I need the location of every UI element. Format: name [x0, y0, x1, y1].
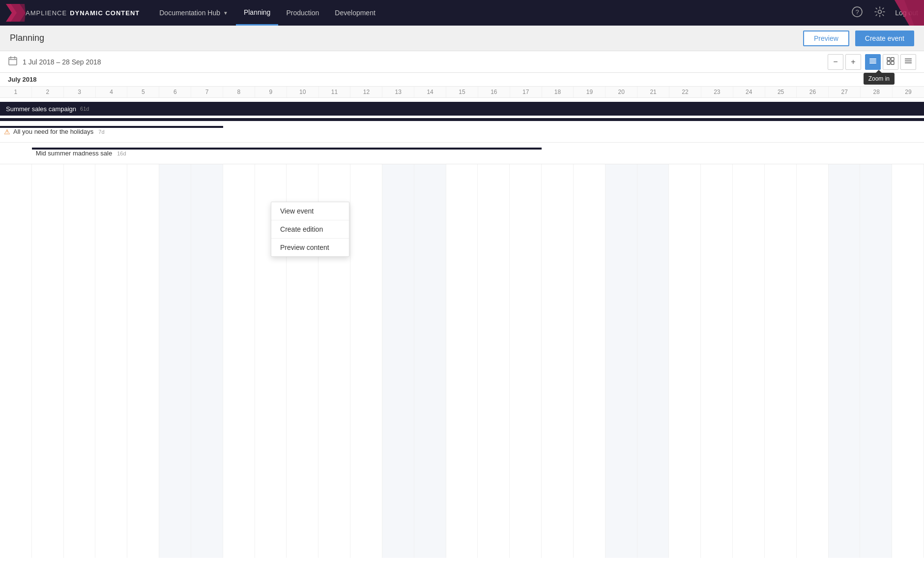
help-button[interactable]: ? — [850, 4, 865, 22]
svg-rect-17 — [891, 61, 894, 64]
day-cell-22: 22 — [669, 87, 701, 97]
day-cell-17: 17 — [510, 87, 542, 97]
grid-col — [733, 164, 765, 558]
summer-campaign-label: Summer sales campaign — [6, 105, 76, 113]
svg-rect-16 — [887, 61, 890, 64]
context-menu-view-event[interactable]: View event — [271, 202, 349, 220]
day-cell-16: 16 — [478, 87, 510, 97]
grid-col — [382, 164, 414, 558]
day-cell-14: 14 — [414, 87, 446, 97]
settings-button[interactable] — [872, 4, 887, 22]
grid-view-button[interactable] — [883, 54, 898, 70]
timeline-view-button[interactable] — [865, 54, 881, 70]
create-event-button[interactable]: Create event — [855, 30, 914, 46]
svg-rect-11 — [869, 59, 876, 60]
day-cell-4: 4 — [96, 87, 128, 97]
day-cell-5: 5 — [127, 87, 159, 97]
zoom-in-button[interactable]: + — [845, 54, 861, 70]
timeline-icon — [869, 57, 877, 67]
day-cell-19: 19 — [574, 87, 606, 97]
day-cell-10: 10 — [287, 87, 319, 97]
grid-col — [829, 164, 861, 558]
grid-col — [191, 164, 223, 558]
grid-col — [0, 164, 32, 558]
day-cell-7: 7 — [191, 87, 223, 97]
day-cell-12: 12 — [350, 87, 382, 97]
holidays-event-bar[interactable] — [0, 126, 223, 128]
day-cell-23: 23 — [701, 87, 733, 97]
top-navigation: AMPLIENCE DYNAMIC CONTENT Documentation … — [0, 0, 924, 26]
calendar-toolbar: 1 Jul 2018 – 28 Sep 2018 − + — [0, 51, 924, 73]
svg-rect-20 — [905, 62, 912, 63]
nav-right-controls: ? Log out — [850, 4, 918, 22]
grid-col — [797, 164, 829, 558]
nav-tab-documentation-hub[interactable]: Documentation Hub ▼ — [151, 0, 236, 26]
date-range-text: 1 Jul 2018 – 28 Sep 2018 — [23, 58, 101, 66]
month-label: July 2018 — [8, 76, 37, 83]
nav-tab-development[interactable]: Development — [327, 0, 383, 26]
grid-col — [542, 164, 574, 558]
svg-rect-13 — [869, 62, 876, 63]
grid-col — [64, 164, 96, 558]
list-view-button[interactable] — [900, 54, 916, 70]
settings-icon — [874, 9, 885, 19]
context-menu-create-edition[interactable]: Create edition — [271, 220, 349, 238]
brand-amplience-text: AMPLIENCE — [26, 9, 67, 17]
create-edition-label: Create edition — [280, 225, 323, 233]
day-cell-28: 28 — [861, 87, 893, 97]
nav-tab-planning[interactable]: Planning — [236, 0, 279, 26]
planning-title: Planning — [10, 33, 44, 43]
preview-content-label: Preview content — [280, 243, 329, 251]
day-cell-3: 3 — [64, 87, 96, 97]
grid-col — [478, 164, 510, 558]
svg-rect-19 — [905, 61, 912, 61]
grid-col — [446, 164, 478, 558]
header-actions: Preview Create event — [803, 30, 914, 46]
grid-col — [637, 164, 669, 558]
day-cell-6: 6 — [159, 87, 191, 97]
holidays-event-duration: 7d — [98, 129, 104, 135]
calendar-area: July 2018 123456789101112131415161718192… — [0, 73, 924, 578]
day-cell-15: 15 — [446, 87, 478, 97]
day-cell-27: 27 — [829, 87, 861, 97]
nav-tab-documentation-hub-label: Documentation Hub — [159, 9, 220, 17]
svg-rect-7 — [9, 58, 17, 65]
days-row: 1234567891011121314151617181920212223242… — [0, 87, 924, 98]
empty-calendar-area — [0, 164, 924, 558]
nav-tabs-container: Documentation Hub ▼ Planning Production … — [151, 0, 850, 26]
grid-col — [350, 164, 382, 558]
svg-point-4 — [878, 10, 882, 13]
logout-button[interactable]: Log out — [895, 9, 918, 17]
day-cell-2: 2 — [32, 87, 64, 97]
holidays-event-name: All you need for the holidays — [13, 128, 93, 135]
grid-col — [159, 164, 191, 558]
holidays-event-label: ⚠ All you need for the holidays 7d — [4, 121, 105, 142]
summer-campaign-bar[interactable]: Summer sales campaign 61d — [0, 102, 924, 116]
day-cell-1: 1 — [0, 87, 32, 97]
day-cell-18: 18 — [542, 87, 574, 97]
day-cell-13: 13 — [382, 87, 414, 97]
calendar-icon — [8, 56, 18, 67]
grid-col — [223, 164, 255, 558]
zoom-out-button[interactable]: − — [828, 54, 843, 70]
svg-text:?: ? — [856, 8, 859, 16]
svg-rect-14 — [887, 58, 890, 61]
midsummer-event-bar[interactable] — [32, 148, 542, 150]
grid-col — [701, 164, 733, 558]
grid-col — [574, 164, 606, 558]
warning-icon: ⚠ — [4, 128, 10, 136]
holidays-event-row: ⚠ All you need for the holidays 7d — [0, 121, 924, 143]
nav-tab-production-label: Production — [286, 9, 319, 17]
day-cell-29: 29 — [893, 87, 924, 97]
svg-rect-12 — [869, 61, 876, 61]
grid-col — [860, 164, 892, 558]
view-controls: − + — [828, 54, 916, 70]
summer-campaign-duration: 61d — [80, 106, 89, 112]
preview-button[interactable]: Preview — [803, 30, 849, 46]
context-menu-preview-content[interactable]: Preview content — [271, 239, 349, 256]
svg-rect-15 — [891, 58, 894, 61]
day-cell-9: 9 — [255, 87, 287, 97]
nav-tab-production[interactable]: Production — [278, 0, 327, 26]
nav-tab-planning-label: Planning — [244, 8, 271, 16]
amplience-logo-icon — [6, 4, 26, 22]
